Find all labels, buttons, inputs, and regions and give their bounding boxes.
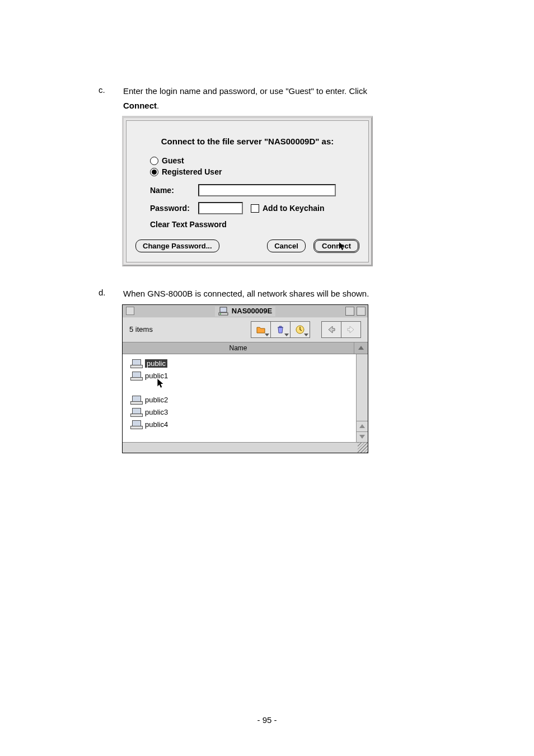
share-item-public[interactable]: public — [130, 358, 356, 370]
svg-point-2 — [220, 313, 221, 314]
arrow-right-icon — [346, 325, 356, 335]
share-item-public4[interactable]: public4 — [130, 419, 356, 431]
resize-grip[interactable] — [358, 443, 368, 453]
registered-user-radio-label: Registered User — [162, 167, 222, 176]
shares-window: NAS00009E 5 items — [122, 304, 368, 453]
share-list: publicpublic1public2public3public4 — [123, 354, 356, 442]
connect-button-label: Connect — [322, 242, 351, 250]
share-item-label: public2 — [145, 396, 168, 404]
connect-button[interactable]: Connect — [313, 239, 359, 253]
clear-text-password-label: Clear Text Password — [150, 220, 359, 229]
sort-asc-icon — [358, 346, 364, 350]
window-titlebar[interactable]: NAS00009E — [123, 305, 368, 317]
network-share-icon — [130, 359, 142, 368]
cancel-button[interactable]: Cancel — [267, 240, 306, 252]
step-letter-c: c. — [99, 84, 123, 97]
vertical-scrollbar[interactable] — [356, 354, 368, 442]
arrow-left-icon — [326, 325, 336, 335]
step-c-post: . — [157, 101, 159, 110]
name-label: Name: — [150, 186, 198, 195]
server-icon — [218, 306, 228, 316]
step-text-c: Enter the login name and password, or us… — [123, 84, 457, 112]
login-dialog: Connect to the file server "NAS00009D" a… — [122, 116, 373, 266]
page-number: - 95 - — [0, 715, 534, 725]
chevron-down-icon — [265, 334, 269, 336]
share-item-public3[interactable]: public3 — [130, 406, 356, 419]
change-password-button[interactable]: Change Password... — [135, 240, 219, 252]
chevron-up-icon — [359, 424, 365, 428]
registered-user-radio[interactable] — [150, 168, 158, 176]
share-item-label: public1 — [145, 372, 168, 380]
login-dialog-title: Connect to the file server "NAS00009D" a… — [135, 121, 359, 156]
step-c-bold: Connect — [123, 101, 157, 110]
share-item-public1[interactable]: public1 — [130, 370, 356, 382]
step-letter-d: d. — [99, 287, 123, 299]
close-icon[interactable] — [126, 307, 134, 315]
status-bar — [123, 442, 368, 453]
guest-radio[interactable] — [150, 157, 158, 165]
chevron-down-icon — [359, 435, 365, 439]
share-item-label: public — [145, 359, 167, 368]
password-label: Password: — [150, 204, 198, 213]
view-icon-button[interactable] — [251, 321, 271, 338]
add-to-keychain-checkbox[interactable] — [251, 204, 259, 213]
name-input[interactable] — [198, 184, 336, 196]
network-share-icon — [130, 420, 142, 429]
back-button[interactable] — [321, 321, 341, 338]
sort-button[interactable] — [354, 342, 368, 354]
column-name-header[interactable]: Name — [123, 342, 354, 354]
scroll-down-button[interactable] — [357, 431, 368, 442]
scroll-up-button[interactable] — [357, 421, 368, 431]
chevron-down-icon — [304, 334, 308, 336]
share-item-label: public3 — [145, 408, 168, 416]
network-share-icon — [130, 372, 142, 381]
chevron-down-icon — [284, 334, 289, 336]
password-input[interactable] — [198, 202, 243, 214]
window-title: NAS00009E — [232, 307, 272, 315]
svg-rect-0 — [220, 307, 227, 312]
item-count: 5 items — [129, 325, 153, 334]
network-share-icon — [130, 408, 142, 417]
step-c-pre: Enter the login name and password, or us… — [123, 86, 367, 96]
guest-radio-label: Guest — [162, 156, 184, 165]
add-to-keychain-label: Add to Keychain — [263, 204, 324, 213]
cursor-icon — [339, 242, 345, 251]
share-item-label: public4 — [145, 420, 168, 429]
forward-button[interactable] — [341, 321, 361, 338]
trash-button[interactable] — [271, 321, 291, 338]
zoom-icon[interactable] — [357, 307, 366, 316]
collapse-icon[interactable] — [345, 307, 354, 316]
network-share-icon — [130, 396, 142, 405]
step-text-d: When GNS-8000B is connected, all network… — [123, 287, 457, 301]
share-item-public2[interactable]: public2 — [130, 394, 356, 406]
svg-rect-1 — [219, 313, 228, 315]
recent-button[interactable] — [291, 321, 310, 338]
cursor-icon — [157, 379, 164, 389]
